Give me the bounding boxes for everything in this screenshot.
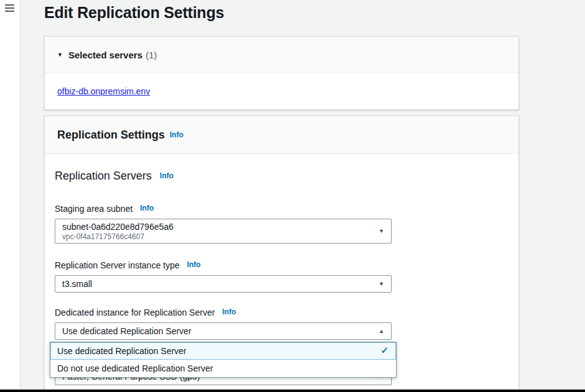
chevron-down-icon: ▼ [379, 281, 384, 287]
dedicated-instance-dropdown-anchor: Use dedicated Replication Server ▲ Use d… [55, 322, 509, 340]
dropdown-option-label: Use dedicated Replication Server [57, 346, 187, 356]
hamburger-menu-icon [5, 4, 14, 12]
selected-servers-card: ▼ Selected servers (1) ofbiz-db.onpremsi… [44, 36, 519, 110]
staging-subnet-secondary: vpc-0f4a17175766c4607 [62, 232, 372, 241]
check-icon: ✓ [380, 344, 389, 357]
dedicated-instance-info-link[interactable]: Info [222, 308, 236, 316]
chevron-down-icon: ▼ [379, 229, 384, 234]
instance-type-label: Replication Server instance type Info [55, 259, 509, 271]
server-link[interactable]: ofbiz-db.onpremsim.env [57, 86, 150, 96]
replication-servers-heading: Replication Servers Info [55, 168, 509, 183]
dedicated-instance-label-text: Dedicated instance for Replication Serve… [55, 308, 215, 317]
dedicated-instance-label: Dedicated instance for Replication Serve… [55, 306, 509, 318]
window-bottom-border [0, 390, 585, 392]
collapse-caret-icon[interactable]: ▼ [57, 52, 63, 58]
dedicated-instance-select[interactable]: Use dedicated Replication Server ▲ [55, 322, 392, 340]
staging-subnet-label-text: Staging area subnet [55, 204, 132, 214]
staging-subnet-label: Staging area subnet Info [55, 203, 509, 214]
selected-servers-header[interactable]: ▼ Selected servers (1) [45, 37, 518, 73]
staging-subnet-info-link[interactable]: Info [140, 204, 154, 212]
chevron-up-icon: ▲ [379, 329, 384, 334]
instance-type-label-text: Replication Server instance type [55, 260, 180, 270]
replication-servers-heading-text: Replication Servers [55, 170, 152, 182]
instance-type-info-link[interactable]: Info [187, 260, 201, 269]
staging-subnet-select[interactable]: subnet-0a6d220e8d796e5a6 vpc-0f4a1717576… [55, 219, 392, 244]
staging-subnet-value: subnet-0a6d220e8d796e5a6 [62, 221, 372, 232]
selected-servers-title: Selected servers [68, 50, 142, 60]
replication-settings-body: Replication Servers Info Staging area su… [45, 154, 518, 392]
dropdown-option-label: Do not use dedicated Replication Server [57, 363, 213, 373]
replication-settings-card: Replication Settings Info Replication Se… [44, 116, 519, 392]
selected-servers-body: ofbiz-db.onpremsim.env [45, 73, 518, 109]
instance-type-select[interactable]: t3.small ▼ [55, 275, 392, 293]
field-instance-type: Replication Server instance type Info t3… [55, 259, 509, 293]
replication-settings-info-link[interactable]: Info [170, 130, 183, 139]
field-dedicated-instance: Dedicated instance for Replication Serve… [55, 306, 509, 340]
collapsed-sidebar [0, 0, 21, 392]
hamburger-menu-button[interactable] [5, 4, 14, 14]
dropdown-option-use-dedicated[interactable]: Use dedicated Replication Server ✓ [50, 342, 396, 360]
dropdown-option-no-dedicated[interactable]: Do not use dedicated Replication Server [50, 360, 396, 377]
replication-servers-info-link[interactable]: Info [160, 171, 173, 180]
dedicated-instance-value: Use dedicated Replication Server [62, 325, 372, 337]
replication-settings-header: Replication Settings Info [45, 116, 518, 154]
dedicated-instance-dropdown: Use dedicated Replication Server ✓ Do no… [50, 342, 397, 378]
replication-settings-title: Replication Settings [57, 129, 165, 142]
selected-servers-count: (1) [145, 50, 157, 60]
field-staging-subnet: Staging area subnet Info subnet-0a6d220e… [55, 203, 509, 244]
page-title: Edit Replication Settings [44, 0, 585, 22]
main-content: Edit Replication Settings ▼ Selected ser… [21, 0, 585, 392]
app-window: Edit Replication Settings ▼ Selected ser… [0, 0, 585, 392]
instance-type-value: t3.small [62, 278, 372, 290]
